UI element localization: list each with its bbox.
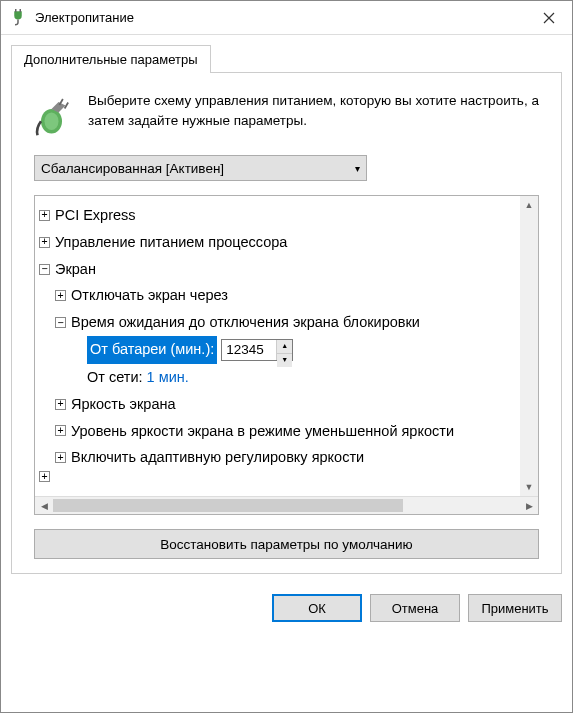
dialog-footer: ОК Отмена Применить [1, 584, 572, 634]
horizontal-scrollbar[interactable]: ◀ ▶ [35, 496, 538, 514]
restore-defaults-button[interactable]: Восстановить параметры по умолчанию [34, 529, 539, 559]
close-icon [543, 12, 555, 24]
power-plug-icon [34, 95, 76, 137]
expand-icon[interactable]: + [39, 471, 50, 482]
settings-tree-container: ▲ ▼ + PCI Express + Управление питанием … [34, 195, 539, 515]
tree-label: Экран [55, 256, 96, 283]
intro-section: Выберите схему управления питанием, кото… [30, 91, 543, 137]
expand-icon[interactable]: + [55, 452, 66, 463]
settings-tree[interactable]: ▲ ▼ + PCI Express + Управление питанием … [35, 196, 538, 496]
ok-button[interactable]: ОК [272, 594, 362, 622]
tab-bar: Дополнительные параметры [1, 35, 572, 73]
hscroll-track[interactable] [53, 497, 520, 514]
tree-node-turn-off-display[interactable]: + Отключать экран через [39, 282, 516, 309]
expand-icon[interactable]: + [55, 425, 66, 436]
close-button[interactable] [526, 1, 572, 35]
scroll-right-button[interactable]: ▶ [520, 497, 538, 514]
tree-node-pci-express[interactable]: + PCI Express [39, 202, 516, 229]
plugged-in-value[interactable]: 1 мин. [147, 364, 189, 391]
expand-icon[interactable]: + [39, 210, 50, 221]
collapse-icon[interactable]: − [39, 264, 50, 275]
tree-label: Включить адаптивную регулировку яркости [71, 444, 364, 471]
chevron-down-icon: ▾ [355, 163, 360, 174]
battery-timeout-spinner[interactable]: ▲ ▼ [221, 339, 293, 361]
content-panel: Выберите схему управления питанием, кото… [11, 73, 562, 574]
collapse-icon[interactable]: − [55, 317, 66, 328]
apply-button[interactable]: Применить [468, 594, 562, 622]
scroll-left-button[interactable]: ◀ [35, 497, 53, 514]
scheme-dropdown[interactable]: Сбалансированная [Активен] ▾ [34, 155, 367, 181]
tree-label: Время ожидания до отключения экрана блок… [71, 309, 420, 336]
svg-rect-1 [20, 9, 22, 12]
scroll-track[interactable] [520, 214, 538, 478]
tree-label: От сети: [87, 364, 143, 391]
expand-icon[interactable]: + [55, 399, 66, 410]
tree-node-lock-screen-timeout[interactable]: − Время ожидания до отключения экрана бл… [39, 309, 516, 336]
scroll-up-button[interactable]: ▲ [520, 196, 538, 214]
expand-icon[interactable]: + [55, 290, 66, 301]
vertical-scrollbar[interactable]: ▲ ▼ [520, 196, 538, 496]
battery-timeout-input[interactable] [222, 340, 276, 360]
spinner-up[interactable]: ▲ [277, 340, 292, 354]
cancel-button[interactable]: Отмена [370, 594, 460, 622]
spinner-down[interactable]: ▼ [277, 354, 292, 367]
tree-node-display[interactable]: − Экран [39, 256, 516, 283]
tree-node-plugged-in[interactable]: От сети: 1 мин. [39, 364, 516, 391]
scroll-down-button[interactable]: ▼ [520, 478, 538, 496]
tab-advanced[interactable]: Дополнительные параметры [11, 45, 211, 73]
tree-node-brightness[interactable]: + Яркость экрана [39, 391, 516, 418]
window-title: Электропитание [35, 10, 526, 25]
tree-node-adaptive-brightness[interactable]: + Включить адаптивную регулировку яркост… [39, 444, 516, 471]
hscroll-thumb[interactable] [53, 499, 403, 512]
tree-label: Отключать экран через [71, 282, 228, 309]
tree-node-dimmed-brightness[interactable]: + Уровень яркости экрана в режиме уменьш… [39, 418, 516, 445]
tree-node-partial[interactable]: + [39, 471, 516, 482]
tree-label: Управление питанием процессора [55, 229, 287, 256]
tree-content: + PCI Express + Управление питанием проц… [39, 202, 516, 482]
titlebar: Электропитание [1, 1, 572, 35]
expand-icon[interactable]: + [39, 237, 50, 248]
svg-point-3 [45, 113, 59, 131]
tree-node-on-battery[interactable]: От батареи (мин.): ▲ ▼ [39, 336, 516, 364]
power-options-icon [9, 9, 27, 27]
tree-label-selected: От батареи (мин.): [87, 336, 217, 364]
scheme-selected: Сбалансированная [Активен] [41, 161, 355, 176]
tree-label: Яркость экрана [71, 391, 176, 418]
tabbar-spacer [211, 45, 562, 73]
tree-node-cpu-power[interactable]: + Управление питанием процессора [39, 229, 516, 256]
svg-rect-0 [15, 9, 17, 12]
intro-text: Выберите схему управления питанием, кото… [88, 91, 539, 137]
tree-label: PCI Express [55, 202, 136, 229]
tree-label: Уровень яркости экрана в режиме уменьшен… [71, 418, 454, 445]
